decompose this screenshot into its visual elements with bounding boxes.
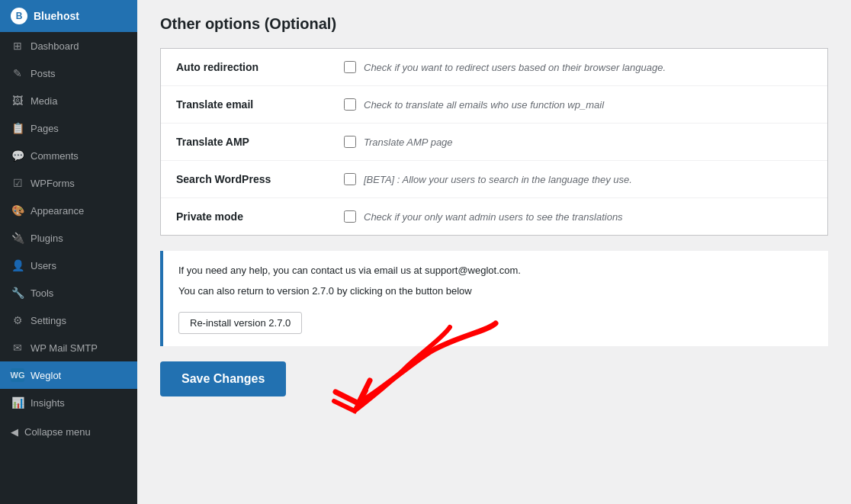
info-box-line1: If you need any help, you can contact us… (178, 263, 813, 279)
wpforms-icon: ☑ (11, 176, 24, 190)
sidebar: B Bluehost ⊞ Dashboard ✎ Posts 🖼 Media 📋… (0, 0, 137, 504)
collapse-label: Collapse menu (24, 426, 91, 438)
dashboard-icon: ⊞ (11, 39, 24, 53)
option-row-auto-redirection: Auto redirection Check if you want to re… (161, 49, 827, 86)
option-control-translate-email: Check to translate all emails who use fu… (344, 98, 812, 111)
option-desc-search-wordpress: [BETA] : Allow your users to search in t… (364, 174, 632, 185)
option-desc-translate-amp: Translate AMP page (364, 136, 453, 148)
option-desc-auto-redirection: Check if you want to redirect users base… (364, 62, 666, 73)
sidebar-item-label: WPForms (31, 178, 75, 189)
sidebar-item-label: Insights (31, 397, 65, 409)
sidebar-item-label: Users (31, 260, 56, 271)
checkbox-auto-redirection[interactable] (344, 61, 356, 73)
sidebar-item-wpmail[interactable]: ✉ WP Mail SMTP (0, 334, 137, 361)
sidebar-item-label: Appearance (31, 205, 84, 217)
option-desc-translate-email: Check to translate all emails who use fu… (364, 99, 604, 111)
option-control-search-wordpress: [BETA] : Allow your users to search in t… (344, 173, 812, 185)
appearance-icon: 🎨 (11, 204, 24, 217)
settings-icon: ⚙ (11, 313, 24, 327)
posts-icon: ✎ (11, 66, 24, 80)
option-label-translate-email: Translate email (176, 98, 344, 111)
sidebar-item-label: Dashboard (31, 40, 79, 52)
checkbox-private-mode[interactable] (344, 210, 356, 223)
sidebar-item-label: WP Mail SMTP (31, 342, 98, 354)
sidebar-item-dashboard[interactable]: ⊞ Dashboard (0, 32, 137, 59)
checkbox-translate-email[interactable] (344, 98, 356, 111)
sidebar-item-users[interactable]: 👤 Users (0, 252, 137, 279)
info-box: If you need any help, you can contact us… (160, 251, 828, 346)
sidebar-item-weglot[interactable]: WG Weglot (0, 361, 137, 389)
bluehost-logo-icon: B (11, 8, 27, 24)
sidebar-item-pages[interactable]: 📋 Pages (0, 114, 137, 142)
plugins-icon: 🔌 (11, 231, 24, 245)
option-control-private-mode: Check if your only want admin users to s… (344, 210, 812, 223)
save-section: Save Changes (160, 361, 286, 412)
comments-icon: 💬 (11, 149, 24, 162)
sidebar-item-label: Plugins (31, 233, 63, 244)
option-row-translate-email: Translate email Check to translate all e… (161, 86, 827, 124)
sidebar-item-appearance[interactable]: 🎨 Appearance (0, 197, 137, 224)
sidebar-item-label: Comments (31, 150, 79, 162)
sidebar-logo-label: Bluehost (34, 10, 79, 22)
option-label-private-mode: Private mode (176, 210, 344, 223)
insights-icon: 📊 (11, 396, 24, 409)
media-icon: 🖼 (11, 94, 24, 108)
tools-icon: 🔧 (11, 286, 24, 300)
sidebar-item-label: Settings (31, 315, 66, 326)
sidebar-item-media[interactable]: 🖼 Media (0, 87, 137, 114)
option-desc-private-mode: Check if your only want admin users to s… (364, 211, 623, 223)
wpmail-icon: ✉ (11, 341, 24, 355)
reinstall-button[interactable]: Re-install version 2.7.0 (178, 312, 302, 334)
sidebar-item-tools[interactable]: 🔧 Tools (0, 279, 137, 307)
sidebar-item-label: Tools (31, 287, 53, 299)
option-row-translate-amp: Translate AMP Translate AMP page (161, 124, 827, 161)
info-box-line2: You can also return to version 2.7.0 by … (178, 284, 813, 300)
page-title: Other options (Optional) (160, 15, 828, 33)
sidebar-item-label: Media (31, 95, 57, 107)
sidebar-item-wpforms[interactable]: ☑ WPForms (0, 169, 137, 197)
options-table: Auto redirection Check if you want to re… (160, 48, 828, 236)
option-label-search-wordpress: Search WordPress (176, 173, 344, 185)
save-changes-button[interactable]: Save Changes (160, 361, 286, 396)
sidebar-item-insights[interactable]: 📊 Insights (0, 389, 137, 416)
sidebar-item-label: Weglot (31, 370, 61, 381)
option-label-auto-redirection: Auto redirection (176, 61, 344, 73)
sidebar-item-label: Pages (31, 123, 59, 134)
weglot-icon: WG (11, 368, 24, 382)
users-icon: 👤 (11, 258, 24, 272)
collapse-menu-button[interactable]: ◀ Collapse menu (0, 419, 137, 445)
checkbox-search-wordpress[interactable] (344, 173, 356, 185)
sidebar-item-plugins[interactable]: 🔌 Plugins (0, 224, 137, 252)
option-row-private-mode: Private mode Check if your only want adm… (161, 198, 827, 235)
sidebar-item-settings[interactable]: ⚙ Settings (0, 307, 137, 334)
collapse-icon: ◀ (11, 426, 18, 438)
sidebar-item-comments[interactable]: 💬 Comments (0, 142, 137, 169)
main-content: Other options (Optional) Auto redirectio… (137, 0, 851, 504)
sidebar-item-label: Posts (31, 68, 56, 79)
pages-icon: 📋 (11, 121, 24, 135)
option-row-search-wordpress: Search WordPress [BETA] : Allow your use… (161, 161, 827, 198)
option-label-translate-amp: Translate AMP (176, 136, 344, 148)
checkbox-translate-amp[interactable] (344, 136, 356, 148)
option-control-auto-redirection: Check if you want to redirect users base… (344, 61, 812, 73)
sidebar-item-posts[interactable]: ✎ Posts (0, 59, 137, 87)
option-control-translate-amp: Translate AMP page (344, 136, 812, 148)
sidebar-logo[interactable]: B Bluehost (0, 0, 137, 32)
